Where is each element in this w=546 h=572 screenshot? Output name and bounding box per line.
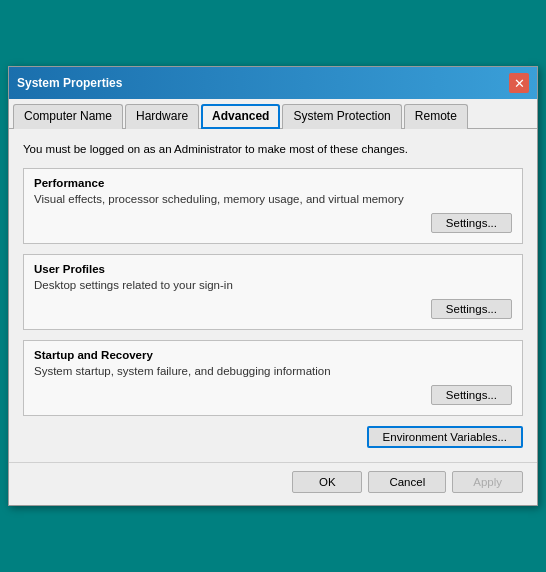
startup-recovery-title: Startup and Recovery — [34, 349, 512, 361]
info-text: You must be logged on as an Administrato… — [23, 141, 523, 157]
performance-description: Visual effects, processor scheduling, me… — [34, 193, 512, 205]
user-profiles-section: User Profiles Desktop settings related t… — [23, 254, 523, 330]
tab-system-protection[interactable]: System Protection — [282, 104, 401, 129]
user-profiles-settings-button[interactable]: Settings... — [431, 299, 512, 319]
user-profiles-description: Desktop settings related to your sign-in — [34, 279, 512, 291]
startup-recovery-settings-button[interactable]: Settings... — [431, 385, 512, 405]
env-variables-row: Environment Variables... — [23, 426, 523, 448]
user-profiles-title: User Profiles — [34, 263, 512, 275]
performance-settings-button[interactable]: Settings... — [431, 213, 512, 233]
tab-computer-name[interactable]: Computer Name — [13, 104, 123, 129]
cancel-button[interactable]: Cancel — [368, 471, 446, 493]
tab-bar: Computer Name Hardware Advanced System P… — [9, 99, 537, 129]
close-button[interactable]: ✕ — [509, 73, 529, 93]
footer: OK Cancel Apply — [9, 462, 537, 505]
system-properties-window: System Properties ✕ Computer Name Hardwa… — [8, 66, 538, 505]
performance-section: Performance Visual effects, processor sc… — [23, 168, 523, 244]
ok-button[interactable]: OK — [292, 471, 362, 493]
tab-hardware[interactable]: Hardware — [125, 104, 199, 129]
window-title: System Properties — [17, 76, 122, 90]
tab-content: You must be logged on as an Administrato… — [9, 129, 537, 461]
apply-button[interactable]: Apply — [452, 471, 523, 493]
environment-variables-button[interactable]: Environment Variables... — [367, 426, 523, 448]
performance-title: Performance — [34, 177, 512, 189]
startup-recovery-btn-row: Settings... — [34, 385, 512, 405]
startup-recovery-description: System startup, system failure, and debu… — [34, 365, 512, 377]
tab-advanced[interactable]: Advanced — [201, 104, 280, 129]
user-profiles-btn-row: Settings... — [34, 299, 512, 319]
tab-remote[interactable]: Remote — [404, 104, 468, 129]
title-bar: System Properties ✕ — [9, 67, 537, 99]
performance-btn-row: Settings... — [34, 213, 512, 233]
startup-recovery-section: Startup and Recovery System startup, sys… — [23, 340, 523, 416]
